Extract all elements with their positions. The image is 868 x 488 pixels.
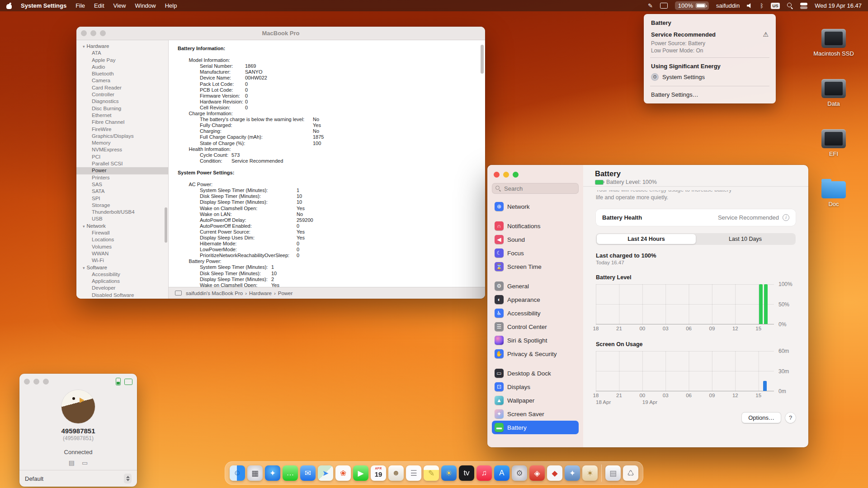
efi-drive-icon[interactable]: EFI [807,129,860,157]
info-icon[interactable]: i [783,214,789,221]
profile-selector[interactable]: Default [19,470,137,487]
sidebar-item-focus[interactable]: ☾ Focus [492,246,579,260]
sysinfo-tree-item[interactable]: ▾Audio [76,64,168,70]
sidebar-item-accessibility[interactable]: ♿ Accessibility [492,306,579,320]
sysinfo-tree-item[interactable]: ▾Diagnostics [76,98,168,105]
sysinfo-tree-item[interactable]: ▾SAS [76,181,168,188]
sidebar-item-appearance[interactable]: ◐ Appearance [492,293,579,306]
sysinfo-tree-item[interactable]: ▾Software [76,264,168,271]
energy-app-item[interactable]: ⚙ System Settings [644,71,776,83]
photos-icon[interactable]: ❀ [335,465,351,481]
close-button[interactable] [494,172,500,178]
sysinfo-tree-item[interactable]: ▾Volumes [76,244,168,250]
sysinfo-tree-item[interactable]: ▾Fibre Channel [76,119,168,126]
sysinfo-tree-item[interactable]: ▾Bluetooth [76,70,168,77]
trash-icon[interactable]: ♺ [623,465,639,481]
sysinfo-tree-item[interactable]: ▾SPI [76,195,168,202]
sysinfo-tree-item[interactable]: ▾Graphics/Displays [76,133,168,140]
mail-icon[interactable]: ✉ [300,465,316,481]
reminders-icon[interactable]: ☰ [406,465,422,481]
tab-last-24-hours[interactable]: Last 24 Hours [597,234,696,244]
display-mirroring-icon[interactable] [660,3,668,9]
sidebar-item-screen-saver[interactable]: ✦ Screen Saver [492,407,579,421]
service-recommended-item[interactable]: Service Recommended ⚠ [644,29,776,40]
sysinfo-tree-item[interactable]: ▾ATA [76,50,168,56]
sidebar-item-screen-time[interactable]: ⌛ Screen Time [492,260,579,273]
sysinfo-tree-item[interactable]: ▾Memory [76,140,168,146]
tv-icon[interactable]: tv [458,465,475,481]
sysinfo-tree-item[interactable]: ▾Firewall [76,230,168,236]
breadcrumb-part[interactable]: Power [278,291,293,296]
volume-icon[interactable] [747,3,753,9]
sidebar-item-notifications[interactable]: ∩ Notifications [492,219,579,233]
options-button[interactable]: Options… [742,413,781,423]
sysinfo-tree-item[interactable]: ▾Accessibility [76,271,168,278]
search-input[interactable] [492,183,579,194]
music-icon[interactable]: ♫ [476,465,492,481]
sidebar-item-displays[interactable]: ⊡ Displays [492,380,579,394]
launchpad-icon[interactable]: ▦ [247,465,263,481]
menu-item[interactable]: Edit [94,2,104,9]
active-app-name[interactable]: System Settings [21,2,66,9]
macintosh-ssd-icon[interactable]: Macintosh SSD [807,29,860,57]
bluetooth-icon[interactable]: ᛒ [760,2,764,9]
sidebar-item-wallpaper[interactable]: ▲ Wallpaper [492,394,579,407]
notes-icon[interactable]: ✎ [423,465,439,481]
sysinfo-tree-item[interactable]: ▾Apple Pay [76,57,168,64]
spotlight-icon[interactable] [787,3,793,9]
menu-item[interactable]: Help [165,2,177,9]
doc-folder-icon[interactable]: Doc [807,179,860,207]
sysinfo-tree-item[interactable]: ▾Developer [76,285,168,291]
breadcrumb-part[interactable]: saifuddin's MacBook Pro [186,291,243,296]
zoom-button[interactable] [43,379,49,385]
menu-item[interactable]: File [75,2,85,9]
sysinfo-tree-item[interactable]: ▾USB [76,216,168,222]
sidebar-item-control-center[interactable]: ☰ Control Center [492,320,579,333]
sysinfo-tree-item[interactable]: ▾Controller [76,91,168,98]
weather-icon[interactable]: ☀ [441,465,457,481]
sysinfo-tree-item[interactable]: ▾FireWire [76,126,168,133]
sidebar-item-siri-spotlight[interactable]: Siri & Spotlight [492,333,579,347]
sysinfo-tree-item[interactable]: ▾Camera [76,77,168,84]
app-red-icon[interactable]: ◈ [529,465,545,481]
battery-settings-item[interactable]: Battery Settings… [644,89,776,100]
sysinfo-tree-item[interactable]: ▾SATA [76,188,168,195]
chat-icon[interactable]: ▭ [82,459,88,466]
sysinfo-tree-item[interactable]: ▾Disabled Software [76,292,168,299]
breadcrumb-part[interactable]: › [274,291,276,296]
calendar-icon[interactable]: APR 19 [370,465,387,481]
facetime-icon[interactable]: ▶ [353,465,369,481]
safari-icon[interactable]: ✦ [264,465,281,481]
maps-icon[interactable]: ➤ [317,465,334,481]
app-blue-icon[interactable]: ✦ [564,465,580,481]
finder-icon[interactable]: ☺ [229,465,245,481]
content-scrollbar[interactable] [481,45,484,74]
battery-status-item[interactable]: 100% [675,1,709,10]
sysinfo-titlebar[interactable]: MacBook Pro [76,27,485,40]
sidebar-item-battery[interactable]: ▬ Battery [492,421,579,434]
sysinfo-tree-item[interactable]: ▾Card Reader [76,84,168,91]
sidebar-item-privacy-security[interactable]: ✋ Privacy & Security [492,347,579,361]
menu-item[interactable]: View [113,2,126,9]
close-button[interactable] [24,379,30,385]
app-store-icon[interactable]: A [494,465,510,481]
breadcrumb-part[interactable]: › [245,291,247,296]
sysinfo-tree-item[interactable]: ▾Disc Burning [76,105,168,112]
sidebar-item-general[interactable]: ⚙ General [492,279,579,293]
sysinfo-tree-item[interactable]: ▾Locations [76,236,168,243]
control-center-icon[interactable] [800,3,807,9]
sysinfo-tree-item[interactable]: ▾Hardware [76,43,168,50]
apple-menu-icon[interactable] [6,2,12,9]
sysinfo-tree-item[interactable]: ▾Thunderbolt/USB4 [76,209,168,216]
dock-divider[interactable] [599,465,604,482]
messages-icon[interactable]: … [282,465,298,481]
data-drive-icon[interactable]: Data [807,79,860,107]
app-tan-icon[interactable]: ✶ [582,465,598,481]
minimize-button[interactable] [33,379,39,385]
menu-item[interactable]: Window [135,2,156,9]
sysinfo-tree-item[interactable]: ▾Storage [76,202,168,209]
help-button[interactable]: ? [785,413,796,423]
tab-last-10-days[interactable]: Last 10 Days [696,234,795,244]
sysinfo-tree-item[interactable]: ▾Ethernet [76,112,168,119]
sysinfo-tree-item[interactable]: ▾Wi-Fi [76,257,168,264]
